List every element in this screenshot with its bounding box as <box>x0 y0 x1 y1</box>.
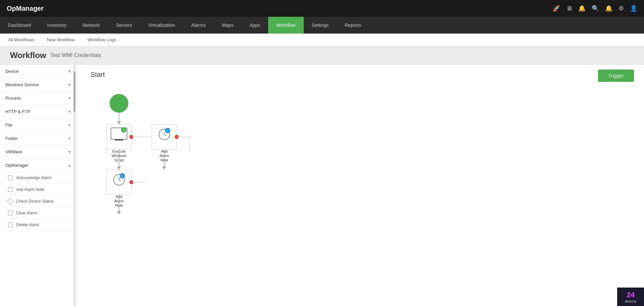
nav-item-reports[interactable]: Reports <box>337 17 369 34</box>
checkbox-icon <box>8 211 13 215</box>
diamond-icon <box>7 198 14 205</box>
sidebar-category-process-label: Process <box>5 96 21 101</box>
nav-item-maps[interactable]: Maps <box>214 17 241 34</box>
clock-icon-2 <box>114 174 125 185</box>
arrow-head-alarm1 <box>162 166 166 170</box>
scroll-indicator[interactable] <box>73 65 76 306</box>
alarm-note-label-2b: Alarm <box>114 199 124 203</box>
nav-item-apps[interactable]: Apps <box>241 17 268 34</box>
arrow-head-alarm2 <box>117 211 121 214</box>
clock-hand-m2 <box>119 180 121 181</box>
nav-item-dashboard[interactable]: Dashboard <box>0 17 39 34</box>
sidebar-category-windows-service-label: Windows Service <box>5 82 39 87</box>
sidebar-category-folder[interactable]: Folder ▼ <box>0 132 77 145</box>
clock-hand-m <box>164 135 166 136</box>
sidebar-category-device-label: Device <box>5 69 19 74</box>
nav-item-network[interactable]: Network <box>75 17 108 34</box>
screen-icon[interactable]: 🖥 <box>566 5 572 12</box>
nav-item-inventory[interactable]: Inventory <box>39 17 75 34</box>
sidebar-item-acknowledge-alarm[interactable]: Acknowledge Alarm <box>0 172 77 184</box>
sidebar-category-file[interactable]: File ▼ <box>0 118 77 132</box>
chevron-down-icon: ▼ <box>67 109 71 114</box>
sidebar-item-delete-alarm[interactable]: Delete Alarm <box>0 219 77 231</box>
alarm-badge[interactable]: 24 Alarms <box>617 288 644 306</box>
sidebar-category-process[interactable]: Process ▼ <box>0 92 77 105</box>
chevron-down-icon: ▼ <box>67 150 71 154</box>
execute-label-2: Windows <box>111 154 127 158</box>
sidebar-category-opmanager[interactable]: OpManager ▲ <box>0 159 77 172</box>
nav-bar: Dashboard Inventory Network Servers Virt… <box>0 17 644 34</box>
sidebar-item-add-alarm-note-label: Add Alarm Note <box>16 187 44 192</box>
sidebar-item-clear-alarm[interactable]: Clear Alarm <box>0 207 77 219</box>
nav-item-servers[interactable]: Servers <box>108 17 140 34</box>
clock-badge-text-1: + <box>167 129 169 133</box>
sidebar-item-clear-alarm-label: Clear Alarm <box>16 211 37 215</box>
sidebar: Device ▼ Windows Service ▼ Process ▼ HTT… <box>0 65 77 306</box>
chevron-down-icon: ▼ <box>67 136 71 141</box>
sidebar-item-add-alarm-note[interactable]: Add Alarm Note <box>0 184 77 196</box>
arrow-head-execute-down <box>117 166 121 170</box>
line-alarm1-right <box>177 137 190 152</box>
nav-item-virtualization[interactable]: Virtualization <box>140 17 183 34</box>
chevron-down-icon: ▼ <box>67 69 71 74</box>
alarm-note-label-2a: Add <box>116 195 122 199</box>
sub-nav-workflow-logs[interactable]: Workflow Logs <box>86 37 117 42</box>
execute-label-3: Script <box>114 158 123 162</box>
search-icon[interactable]: 🔍 <box>592 5 599 12</box>
sidebar-category-device[interactable]: Device ▼ <box>0 65 77 78</box>
sidebar-category-vmware-label: VMWare <box>5 149 22 154</box>
scroll-thumb <box>73 71 76 112</box>
alarm-note-label-1c: Note <box>160 158 168 162</box>
monitor-stand <box>115 139 123 141</box>
execute-windows-script-box[interactable] <box>107 124 132 149</box>
add-alarm-note-1-box[interactable] <box>152 124 177 149</box>
sub-nav-all-workflows[interactable]: All Workflows <box>7 37 36 42</box>
sidebar-item-check-device-status-label: Check Device Status <box>16 199 53 204</box>
sidebar-category-vmware[interactable]: VMWare ▼ <box>0 145 77 159</box>
page-title-bar: Workflow Test WMI Credentials <box>0 46 644 65</box>
app-logo: OpManager <box>7 5 44 12</box>
chevron-down-icon: ▼ <box>67 83 71 87</box>
page-subtitle: Test WMI Credentials <box>50 52 101 58</box>
workflow-svg: + Execute Windows Script + Add Alarm <box>77 65 644 306</box>
clock-badge-2 <box>120 173 125 178</box>
sidebar-category-http-ftp[interactable]: HTTP & FTP ▼ <box>0 105 77 118</box>
red-dot-execute <box>130 135 134 139</box>
settings-icon[interactable]: ⚙ <box>618 5 624 12</box>
alarm-note-label-1a: Add <box>161 149 168 153</box>
sidebar-category-windows-service[interactable]: Windows Service ▼ <box>0 78 77 92</box>
checkbox-icon <box>8 175 13 180</box>
clock-icon-1 <box>159 129 170 140</box>
canvas-start-label: Start <box>91 71 105 79</box>
alert-icon[interactable]: 🔔 <box>605 5 612 12</box>
nav-item-alarms[interactable]: Alarms <box>183 17 214 34</box>
execute-label-1: Execute <box>112 149 126 153</box>
canvas-area: Start Trigger + Execute Windows Script <box>77 65 644 306</box>
red-dot-alarm1 <box>175 135 179 139</box>
rocket-icon[interactable]: 🚀 <box>553 5 560 12</box>
chevron-down-icon: ▼ <box>67 96 71 101</box>
sub-nav-new-workflow[interactable]: New Workflow <box>46 37 76 42</box>
monitor-icon <box>111 128 127 139</box>
checkbox-icon <box>8 222 13 227</box>
monitor-badge-text: + <box>123 128 125 132</box>
add-alarm-note-2-box[interactable] <box>107 170 132 195</box>
start-node-circle <box>110 94 129 113</box>
red-dot-alarm2 <box>130 180 134 184</box>
alarm-note-label-2c: Note <box>115 203 123 207</box>
trigger-button[interactable]: Trigger <box>598 69 634 82</box>
sidebar-category-file-label: File <box>5 122 12 128</box>
nav-item-settings[interactable]: Settings <box>304 17 337 34</box>
nav-item-workflow[interactable]: Workflow <box>268 17 303 34</box>
main-layout: Device ▼ Windows Service ▼ Process ▼ HTT… <box>0 65 644 306</box>
user-icon[interactable]: 👤 <box>630 5 637 12</box>
sidebar-item-check-device-status[interactable]: Check Device Status <box>0 196 77 207</box>
arrow-head-1 <box>117 121 121 124</box>
clock-badge-text-2: + <box>121 174 123 178</box>
checkbox-icon <box>8 187 13 192</box>
sub-nav: All Workflows New Workflow Workflow Logs <box>0 34 644 46</box>
page-title: Workflow <box>10 51 46 60</box>
top-header: OpManager 🚀 🖥 🔔 🔍 🔔 ⚙ 👤 <box>0 0 644 17</box>
alarm-count: 24 <box>627 291 635 299</box>
bell-outline-icon[interactable]: 🔔 <box>578 5 586 12</box>
